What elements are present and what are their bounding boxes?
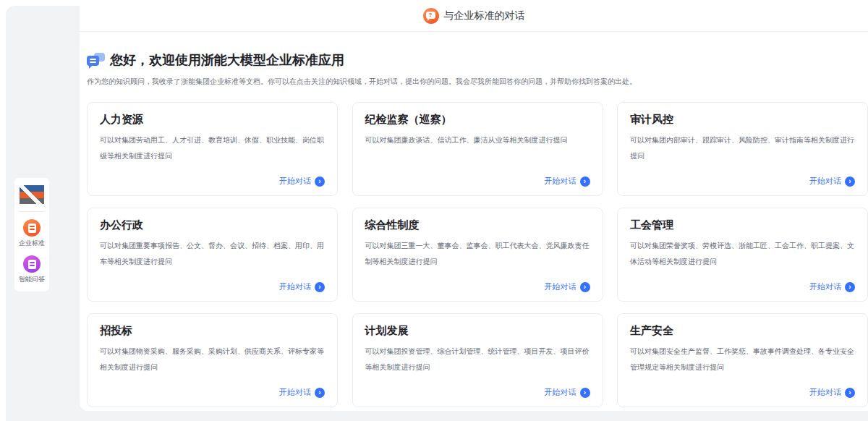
start-conversation-label: 开始对话 — [279, 387, 311, 398]
topic-card-description: 可以对集团内部审计、跟踪审计、风险防控、审计指南等相关制度进行提问 — [630, 132, 855, 164]
topic-card-title: 办公行政 — [100, 218, 325, 232]
chat-bubbles-icon — [87, 53, 105, 68]
start-conversation-label: 开始对话 — [545, 387, 576, 398]
topic-card-description: 可以对集团荣誉奖项、劳模评选、浙能工匠、工会工作、职工提案、文体活动等相关制度进… — [630, 238, 855, 270]
topic-card-title: 招投标 — [100, 324, 325, 338]
start-conversation-button[interactable]: 开始对话 › — [279, 176, 325, 187]
sidebar: 企业标准 智能问答 — [14, 178, 49, 292]
main-panel: ? 与企业标准的对话 您好，欢迎使用浙能大模型企业标准应用 作为您的知识顾问，我… — [80, 0, 868, 411]
topic-card-description: 可以对集团重要事项报告、公文、督办、会议、招待、档案、用印、用车等相关制度进行提… — [100, 238, 325, 270]
sidebar-item-enterprise-standard[interactable]: 企业标准 — [14, 219, 49, 248]
start-conversation-button[interactable]: 开始对话 › — [809, 176, 855, 187]
arrow-right-icon: › — [580, 177, 590, 187]
topic-card-title: 计划发展 — [365, 324, 590, 338]
topic-card: 综合性制度 可以对集团三重一大、董事会、监事会、职工代表大会、党风廉政责任制等相… — [352, 208, 603, 302]
topic-card: 计划发展 可以对集团投资管理、综合计划管理、统计管理、项目开发、项目评价等相关制… — [352, 313, 603, 407]
page-title: 与企业标准的对话 — [444, 9, 525, 22]
chat-question-icon: ? — [423, 8, 439, 24]
start-conversation-button[interactable]: 开始对话 › — [279, 281, 325, 292]
sidebar-divider — [19, 211, 45, 212]
topic-card: 人力资源 可以对集团劳动用工、人才引进、教育培训、休假、职业技能、岗位职级等相关… — [87, 102, 338, 196]
start-conversation-button[interactable]: 开始对话 › — [809, 387, 855, 398]
arrow-right-icon: › — [580, 282, 590, 292]
welcome-heading-row: 您好，欢迎使用浙能大模型企业标准应用 — [87, 51, 868, 69]
start-conversation-button[interactable]: 开始对话 › — [545, 176, 590, 187]
start-conversation-label: 开始对话 — [809, 281, 841, 292]
sidebar-item-label: 智能问答 — [14, 275, 49, 284]
page-header: ? 与企业标准的对话 — [80, 0, 868, 32]
topic-card-description: 可以对集团廉政谈话、信访工作、廉洁从业等相关制度进行提问 — [365, 132, 590, 148]
start-conversation-label: 开始对话 — [809, 176, 841, 187]
question-bubble-icon: ? — [426, 12, 435, 19]
document-icon — [28, 224, 36, 233]
start-conversation-button[interactable]: 开始对话 › — [545, 281, 590, 292]
arrow-right-icon: › — [845, 282, 855, 292]
topic-card-description: 可以对集团安全生产监督、工作奖惩、事故事件调查处理、各专业安全管理规定等相关制度… — [630, 344, 855, 375]
topic-card-title: 工会管理 — [630, 218, 855, 232]
topic-card: 招投标 可以对集团物资采购、服务采购、采购计划、供应商关系、评标专家等相关制度进… — [87, 313, 338, 407]
topic-card-description: 可以对集团物资采购、服务采购、采购计划、供应商关系、评标专家等相关制度进行提问 — [100, 344, 325, 375]
topic-card: 生产安全 可以对集团安全生产监督、工作奖惩、事故事件调查处理、各专业安全管理规定… — [617, 313, 868, 407]
arrow-right-icon: › — [315, 388, 325, 398]
arrow-right-icon: › — [580, 388, 590, 398]
sidebar-item-label: 企业标准 — [14, 239, 49, 248]
start-conversation-label: 开始对话 — [279, 176, 311, 187]
arrow-right-icon: › — [315, 177, 325, 187]
topic-card-description: 可以对集团投资管理、综合计划管理、统计管理、项目开发、项目评价等相关制度进行提问 — [365, 344, 590, 375]
document-icon — [28, 260, 36, 269]
card-grid: 人力资源 可以对集团劳动用工、人才引进、教育培训、休假、职业技能、岗位职级等相关… — [87, 102, 868, 407]
welcome-subtitle: 作为您的知识顾问，我收录了浙能集团企业标准等文档。你可以在点击关注的知识领域，开… — [87, 77, 868, 87]
topic-card-title: 纪检监察（巡察） — [365, 113, 590, 127]
start-conversation-button[interactable]: 开始对话 › — [279, 387, 325, 398]
topic-card: 办公行政 可以对集团重要事项报告、公文、督办、会议、招待、档案、用印、用车等相关… — [87, 208, 338, 302]
arrow-right-icon: › — [315, 282, 325, 292]
start-conversation-label: 开始对话 — [279, 281, 311, 292]
start-conversation-button[interactable]: 开始对话 › — [545, 387, 590, 398]
start-conversation-label: 开始对话 — [545, 281, 576, 292]
chat-bubble-dark — [87, 56, 99, 66]
zheneng-logo — [20, 185, 44, 204]
topic-card: 纪检监察（巡察） 可以对集团廉政谈话、信访工作、廉洁从业等相关制度进行提问 开始… — [352, 102, 603, 196]
arrow-right-icon: › — [845, 177, 855, 187]
welcome-title: 您好，欢迎使用浙能大模型企业标准应用 — [110, 51, 344, 69]
start-conversation-label: 开始对话 — [809, 387, 841, 398]
smart-qa-icon — [23, 255, 41, 273]
topic-card-title: 综合性制度 — [365, 218, 590, 232]
topic-card-title: 生产安全 — [630, 324, 855, 338]
sidebar-item-smart-qa[interactable]: 智能问答 — [14, 255, 49, 284]
content-area: 您好，欢迎使用浙能大模型企业标准应用 作为您的知识顾问，我收录了浙能集团企业标准… — [80, 51, 868, 407]
topic-card: 审计风控 可以对集团内部审计、跟踪审计、风险防控、审计指南等相关制度进行提问 开… — [617, 102, 868, 196]
arrow-right-icon: › — [845, 388, 855, 398]
start-conversation-label: 开始对话 — [545, 176, 576, 187]
topic-card-title: 审计风控 — [630, 113, 855, 127]
start-conversation-button[interactable]: 开始对话 › — [809, 281, 855, 292]
topic-card-description: 可以对集团三重一大、董事会、监事会、职工代表大会、党风廉政责任制等相关制度进行提… — [365, 238, 590, 270]
topic-card-description: 可以对集团劳动用工、人才引进、教育培训、休假、职业技能、岗位职级等相关制度进行提… — [100, 132, 325, 164]
topic-card: 工会管理 可以对集团荣誉奖项、劳模评选、浙能工匠、工会工作、职工提案、文体活动等… — [617, 208, 868, 302]
topic-card-title: 人力资源 — [100, 113, 325, 127]
enterprise-standard-icon — [23, 219, 41, 237]
